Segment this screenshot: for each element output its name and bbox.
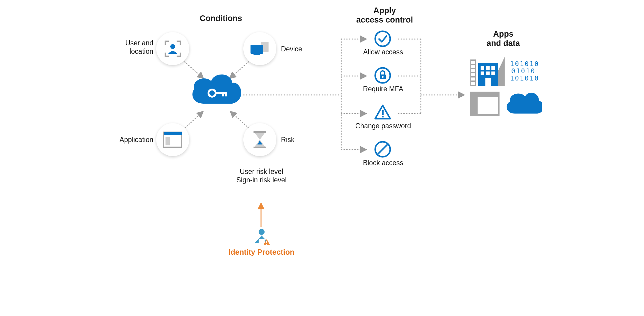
label-block: Block access bbox=[356, 159, 410, 167]
svg-rect-30 bbox=[259, 239, 265, 243]
svg-rect-23 bbox=[254, 131, 266, 133]
svg-rect-42 bbox=[471, 61, 475, 64]
label-risk-detail: User risk level Sign-in risk level bbox=[230, 168, 293, 184]
svg-rect-38 bbox=[382, 116, 384, 117]
lock-circle-icon bbox=[374, 67, 391, 84]
node-risk bbox=[243, 123, 276, 156]
svg-line-2 bbox=[183, 112, 203, 130]
svg-rect-28 bbox=[225, 92, 227, 96]
svg-point-33 bbox=[375, 31, 390, 46]
window-icon bbox=[471, 93, 499, 115]
svg-rect-55 bbox=[485, 78, 491, 86]
svg-rect-26 bbox=[215, 92, 226, 94]
block-circle-icon bbox=[374, 141, 391, 158]
cloud-icon bbox=[506, 93, 542, 114]
node-cloud-key bbox=[189, 71, 244, 110]
application-icon bbox=[163, 132, 182, 148]
binary-icon: 101010 bbox=[510, 60, 539, 68]
label-user-location: User and location bbox=[113, 39, 153, 56]
svg-rect-61 bbox=[471, 93, 478, 115]
svg-rect-22 bbox=[166, 137, 170, 145]
heading-access-l2: access control bbox=[356, 15, 413, 24]
warning-triangle-icon bbox=[374, 104, 391, 121]
device-icon bbox=[250, 41, 270, 56]
svg-rect-27 bbox=[222, 92, 224, 96]
label-allow: Allow access bbox=[356, 48, 410, 56]
building-icon bbox=[478, 57, 505, 86]
svg-rect-44 bbox=[471, 69, 475, 72]
svg-rect-19 bbox=[254, 54, 260, 55]
svg-rect-21 bbox=[164, 132, 182, 135]
node-application bbox=[156, 123, 189, 156]
heading-conditions: Conditions bbox=[176, 14, 266, 23]
svg-rect-52 bbox=[481, 71, 484, 75]
icon-allow-access bbox=[374, 30, 391, 47]
svg-point-36 bbox=[382, 76, 384, 78]
label-application: Application bbox=[110, 136, 153, 144]
hourglass-icon bbox=[253, 131, 267, 149]
label-identity-protection: Identity Protection bbox=[224, 248, 299, 257]
svg-rect-45 bbox=[471, 73, 475, 76]
heading-apps-l1: Apps bbox=[493, 29, 514, 38]
label-changepw: Change password bbox=[352, 122, 415, 130]
svg-rect-32 bbox=[266, 244, 267, 245]
svg-rect-54 bbox=[491, 71, 495, 75]
svg-text:101010: 101010 bbox=[510, 74, 539, 82]
svg-line-40 bbox=[378, 144, 388, 154]
heading-access: Apply access control bbox=[353, 6, 416, 25]
node-user-location bbox=[156, 32, 189, 65]
svg-text:01010: 01010 bbox=[511, 67, 536, 75]
label-risk: Risk bbox=[281, 136, 317, 144]
svg-rect-24 bbox=[254, 147, 266, 148]
heading-apps-l2: and data bbox=[487, 39, 520, 48]
label-device: Device bbox=[281, 45, 317, 53]
icon-change-password bbox=[374, 104, 391, 121]
label-mfa: Require MFA bbox=[356, 85, 410, 93]
svg-rect-43 bbox=[471, 65, 475, 68]
diagram-root: Conditions Apply access control Apps and… bbox=[92, 0, 552, 270]
svg-rect-18 bbox=[251, 45, 263, 54]
svg-rect-37 bbox=[382, 110, 384, 115]
icon-block-access bbox=[374, 141, 391, 158]
svg-rect-50 bbox=[486, 66, 490, 70]
svg-rect-49 bbox=[481, 66, 484, 70]
svg-point-29 bbox=[259, 229, 265, 235]
user-location-icon bbox=[163, 39, 182, 58]
cloud-key-icon bbox=[189, 71, 244, 110]
check-circle-icon bbox=[374, 30, 391, 47]
svg-line-3 bbox=[231, 112, 251, 130]
svg-rect-31 bbox=[266, 241, 267, 243]
icon-require-mfa bbox=[374, 67, 391, 84]
heading-access-l1: Apply bbox=[373, 6, 396, 15]
svg-rect-51 bbox=[491, 66, 495, 70]
apps-data-graphic: 101010 01010 101010 bbox=[470, 54, 542, 120]
svg-rect-47 bbox=[471, 82, 475, 85]
svg-rect-53 bbox=[486, 71, 490, 75]
svg-point-16 bbox=[170, 44, 175, 49]
svg-rect-46 bbox=[471, 77, 475, 81]
node-device bbox=[243, 32, 276, 65]
heading-apps: Apps and data bbox=[479, 29, 527, 48]
identity-protection-icon bbox=[253, 228, 271, 246]
svg-marker-56 bbox=[498, 57, 505, 86]
